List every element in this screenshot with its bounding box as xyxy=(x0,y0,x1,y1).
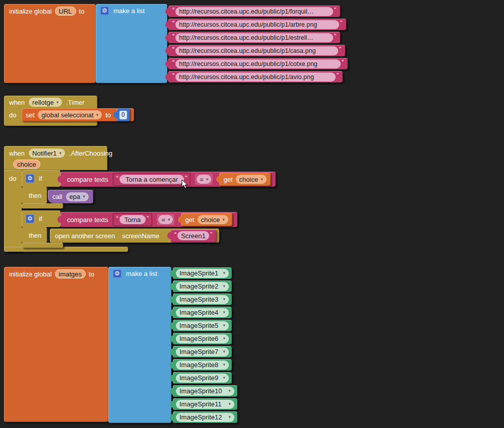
component-block[interactable]: ImageSprite11▾ xyxy=(173,398,237,410)
close-quote-icon: ” xyxy=(334,7,336,13)
make-a-list-label: make a list xyxy=(126,270,157,277)
text-string-block[interactable]: “ http://recursos.citcea.upc.edu/public/… xyxy=(168,58,348,69)
text-string-block[interactable]: “ http://recursos.citcea.upc.edu/public/… xyxy=(168,45,345,56)
component-dropdown[interactable]: ImageSprite3▾ xyxy=(176,295,229,304)
component-dropdown[interactable]: Notifier1 ▾ xyxy=(29,149,65,158)
if-label: if xyxy=(39,175,42,182)
component-block[interactable]: ImageSprite12▾ xyxy=(173,411,237,423)
component-name: ImageSprite10 xyxy=(179,387,222,395)
when-rellotge-timer-block[interactable]: when rellotge ▾ .Timer do set global sel… xyxy=(4,96,97,126)
component-name: ImageSprite12 xyxy=(179,413,222,421)
variable-name-field[interactable]: URL xyxy=(55,7,76,16)
string-value-field[interactable]: Screen1 xyxy=(177,231,209,240)
call-procedure-block[interactable]: call epa ▾ xyxy=(48,190,93,203)
variable-dropdown[interactable]: choice ▾ xyxy=(236,175,267,184)
get-variable-block[interactable]: get choice ▾ xyxy=(219,173,270,186)
component-block[interactable]: ImageSprite6▾ xyxy=(173,333,232,344)
initialize-global-label: initialize global xyxy=(9,270,52,278)
number-value-field[interactable]: 0 xyxy=(119,111,127,119)
string-value-field[interactable]: Torna xyxy=(119,215,146,224)
initialize-global-url-block[interactable]: initialize global URL to xyxy=(4,4,96,83)
component-block[interactable]: ImageSprite1▾ xyxy=(173,267,232,279)
component-block[interactable]: ImageSprite4▾ xyxy=(173,307,232,318)
component-dropdown[interactable]: ImageSprite2▾ xyxy=(176,282,229,291)
gear-icon[interactable]: ⚙ xyxy=(26,174,34,183)
string-value-field[interactable]: Torna a començar xyxy=(119,175,184,184)
event-param-choice[interactable]: choice xyxy=(13,160,40,169)
procedure-dropdown[interactable]: epa ▾ xyxy=(66,192,89,201)
if-bottom-bar xyxy=(22,243,63,248)
event-label: .Timer xyxy=(66,99,84,106)
component-dropdown[interactable]: ImageSprite7▾ xyxy=(176,347,229,356)
component-block[interactable]: ImageSprite5▾ xyxy=(173,320,232,331)
make-a-list-block[interactable]: ⚙ make a list xyxy=(96,4,167,83)
compare-texts-block[interactable]: compare texts “ Torna ” = ▾ get choice ▾ xyxy=(60,212,237,227)
open-another-screen-label: open another screen xyxy=(55,232,115,240)
component-dropdown[interactable]: ImageSprite8▾ xyxy=(176,361,229,370)
variable-dropdown[interactable]: global seleccionat ▾ xyxy=(38,110,102,119)
if-block[interactable]: ⚙ if xyxy=(22,210,60,227)
math-number-block[interactable]: 0 xyxy=(116,108,130,121)
set-variable-block[interactable]: set global seleccionat ▾ to 0 xyxy=(22,108,134,121)
component-dropdown[interactable]: ImageSprite12▾ xyxy=(176,413,234,422)
string-value-field[interactable]: http://recursos.citcea.upc.edu/public/p1… xyxy=(175,20,339,29)
variable-name: global seleccionat xyxy=(41,111,93,119)
string-value-field[interactable]: http://recursos.citcea.upc.edu/public/p1… xyxy=(175,59,340,68)
string-value-field[interactable]: http://recursos.citcea.upc.edu/public/p1… xyxy=(175,46,338,55)
dropdown-arrow-icon: ▾ xyxy=(261,177,263,182)
component-dropdown[interactable]: ImageSprite9▾ xyxy=(176,374,229,383)
component-block[interactable]: ImageSprite7▾ xyxy=(173,346,232,358)
get-variable-block[interactable]: get choice ▾ xyxy=(181,213,232,226)
string-value-field[interactable]: http://recursos.citcea.upc.edu/public/p1… xyxy=(175,7,333,16)
component-dropdown[interactable]: rellotge ▾ xyxy=(29,98,62,107)
component-dropdown[interactable]: ImageSprite5▾ xyxy=(176,321,229,330)
string-value-field[interactable]: http://recursos.citcea.upc.edu/public/p1… xyxy=(175,33,333,42)
component-dropdown[interactable]: ImageSprite10▾ xyxy=(176,387,234,396)
component-name: ImageSprite4 xyxy=(179,309,218,316)
dropdown-arrow-icon: ▾ xyxy=(228,402,231,406)
close-quote-icon: ” xyxy=(210,231,212,238)
gear-icon[interactable]: ⚙ xyxy=(26,215,34,223)
text-string-block[interactable]: “ http://recursos.citcea.upc.edu/public/… xyxy=(168,71,343,83)
dropdown-arrow-icon: ▾ xyxy=(228,415,231,419)
component-dropdown[interactable]: ImageSprite4▾ xyxy=(176,308,229,317)
text-string-block[interactable]: “ http://recursos.citcea.upc.edu/public/… xyxy=(168,6,340,17)
open-quote-icon: “ xyxy=(172,72,174,79)
component-block[interactable]: ImageSprite8▾ xyxy=(173,359,232,371)
then-spine[interactable]: then xyxy=(22,187,47,203)
component-name: rellotge xyxy=(32,99,54,106)
dropdown-arrow-icon: ▾ xyxy=(222,218,225,222)
component-dropdown[interactable]: ImageSprite6▾ xyxy=(176,334,229,343)
component-dropdown[interactable]: ImageSprite1▾ xyxy=(176,269,229,278)
make-a-list-block[interactable]: ⚙ make a list xyxy=(108,267,171,423)
do-spine[interactable]: do xyxy=(4,170,22,252)
component-block[interactable]: ImageSprite3▾ xyxy=(173,294,232,305)
then-spine[interactable]: then xyxy=(22,227,47,243)
gear-icon[interactable]: ⚙ xyxy=(100,7,109,15)
close-quote-icon: ” xyxy=(337,72,339,79)
if-block[interactable]: ⚙ if xyxy=(22,170,60,187)
dropdown-arrow-icon: ▾ xyxy=(228,389,231,393)
open-another-screen-block[interactable]: open another screen screenName “ Screen1… xyxy=(50,229,219,243)
variable-name-field[interactable]: imatges xyxy=(55,269,86,278)
get-label: get xyxy=(185,216,194,224)
component-block[interactable]: ImageSprite10▾ xyxy=(173,385,237,397)
operator-dropdown[interactable]: = ▾ xyxy=(157,214,174,225)
text-string-block[interactable]: “ http://recursos.citcea.upc.edu/public/… xyxy=(168,19,346,30)
variable-dropdown[interactable]: choice ▾ xyxy=(198,215,228,224)
initialize-global-imatges-block[interactable]: initialize global imatges to xyxy=(4,267,108,422)
component-dropdown[interactable]: ImageSprite11▾ xyxy=(176,400,234,409)
when-notifier-afterchoosing-block[interactable]: when Notifier1 ▾ .AfterChoosing choice xyxy=(4,146,107,170)
text-string-block[interactable]: “ Screen1 ” xyxy=(170,230,216,242)
text-string-block[interactable]: “ http://recursos.citcea.upc.edu/public/… xyxy=(168,32,340,43)
dropdown-arrow-icon: ▾ xyxy=(223,323,225,328)
gear-icon[interactable]: ⚙ xyxy=(113,269,121,278)
compare-texts-label: compare texts xyxy=(67,216,108,224)
component-block[interactable]: ImageSprite2▾ xyxy=(173,280,232,292)
component-name: ImageSprite7 xyxy=(179,348,218,355)
component-block[interactable]: ImageSprite9▾ xyxy=(173,372,232,384)
string-value-field[interactable]: http://recursos.citcea.upc.edu/public/p1… xyxy=(175,73,335,82)
operator-dropdown[interactable]: = ▾ xyxy=(195,174,213,185)
compare-texts-block[interactable]: compare texts “ Torna a començar ” = ▾ g… xyxy=(60,172,276,187)
component-name: ImageSprite6 xyxy=(179,335,218,342)
